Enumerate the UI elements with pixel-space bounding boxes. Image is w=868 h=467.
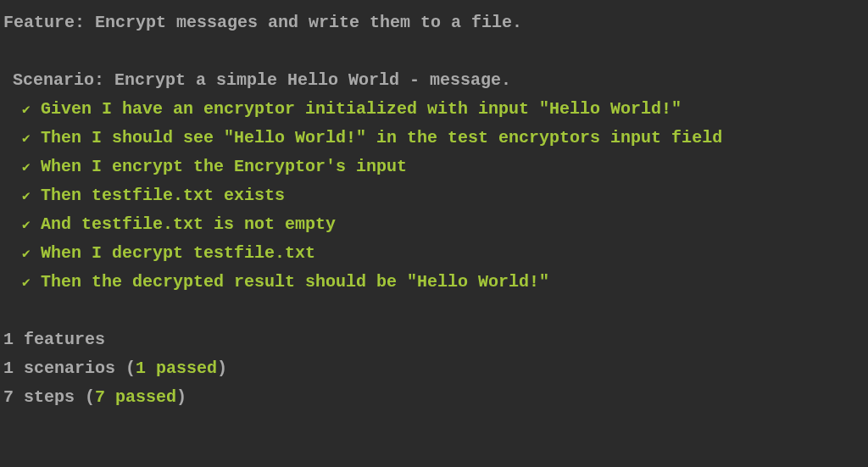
steps-count: 7 steps [3, 387, 85, 407]
step-row: ✔And testfile.txt is not empty [3, 210, 865, 239]
step-row: ✔Then the decrypted result should be "He… [3, 268, 865, 297]
step-text: Then testfile.txt exists [41, 186, 285, 205]
blank-line [3, 297, 865, 325]
blank-line [3, 37, 865, 66]
step-row: ✔Given I have an encryptor initialized w… [3, 95, 865, 124]
step-row: ✔When I encrypt the Encryptor's input [3, 153, 865, 181]
check-icon: ✔ [22, 157, 41, 180]
terminal-output: Feature: Encrypt messages and write them… [3, 8, 865, 412]
check-icon: ✔ [22, 99, 41, 122]
open-paren: ( [125, 359, 136, 378]
check-icon: ✔ [22, 186, 41, 208]
step-row: ✔Then I should see "Hello World!" in the… [3, 124, 865, 153]
check-icon: ✔ [22, 214, 41, 237]
scenarios-count: 1 scenarios [3, 359, 125, 378]
open-paren: ( [85, 387, 95, 407]
check-icon: ✔ [22, 272, 41, 295]
scenarios-summary: 1 scenarios (1 passed) [3, 354, 865, 383]
steps-summary: 7 steps (7 passed) [3, 383, 865, 412]
step-text: Given I have an encryptor initialized wi… [41, 99, 682, 119]
check-icon: ✔ [22, 243, 41, 266]
close-paren: ) [217, 359, 227, 378]
step-text: And testfile.txt is not empty [41, 214, 336, 234]
scenario-header: Scenario: Encrypt a simple Hello World -… [3, 66, 865, 95]
step-text: When I decrypt testfile.txt [41, 243, 315, 263]
scenarios-passed: 1 passed [136, 359, 217, 378]
close-paren: ) [176, 387, 186, 407]
feature-header: Feature: Encrypt messages and write them… [3, 8, 865, 37]
step-text: Then I should see "Hello World!" in the … [41, 128, 722, 147]
steps-passed: 7 passed [95, 387, 176, 407]
features-summary: 1 features [3, 325, 865, 354]
step-row: ✔Then testfile.txt exists [3, 181, 865, 210]
step-row: ✔When I decrypt testfile.txt [3, 239, 865, 268]
step-text: When I encrypt the Encryptor's input [41, 157, 407, 176]
check-icon: ✔ [22, 128, 41, 151]
step-text: Then the decrypted result should be "Hel… [41, 272, 549, 292]
